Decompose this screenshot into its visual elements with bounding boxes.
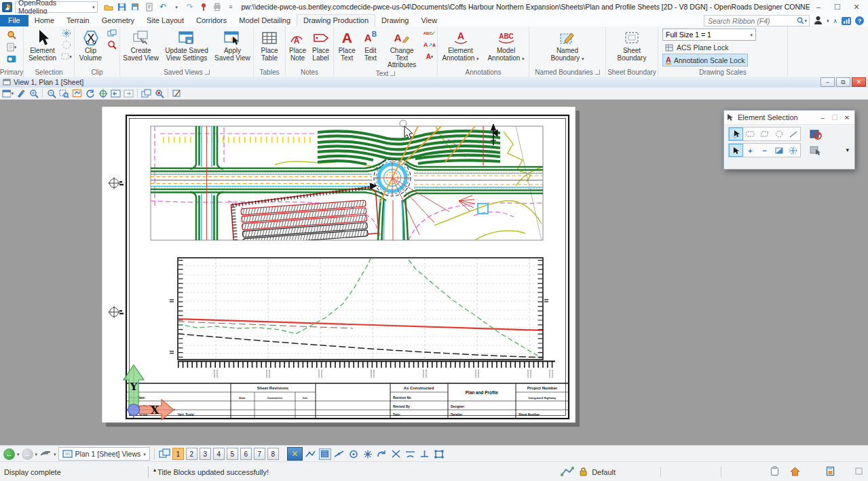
view-close-button[interactable]: ✕ (852, 77, 866, 87)
invert-selection-button[interactable] (772, 144, 786, 157)
ribbon-search-input[interactable] (706, 16, 797, 26)
locks-icon[interactable] (579, 467, 588, 478)
fence-type-icon[interactable] (60, 28, 73, 39)
connect-advisor-icon[interactable] (842, 17, 851, 25)
tab-model-detailing[interactable]: Model Detailing (233, 15, 297, 26)
view-minimize-button[interactable]: – (820, 77, 835, 87)
named-boundaries-launcher-icon[interactable] (595, 70, 600, 75)
help-icon[interactable]: ? (855, 16, 864, 25)
tab-file[interactable]: File (0, 15, 29, 26)
edit-text-button[interactable]: AB Edit Text (360, 28, 381, 62)
view-group-combo[interactable]: Plan 1 [Sheet] Views ▾ (58, 447, 150, 461)
view-toggle-5[interactable]: 5 (227, 448, 238, 460)
change-text-attributes-button[interactable]: A Change Text Attributes (382, 28, 421, 70)
collapse-ribbon-icon[interactable]: ∧ (833, 18, 837, 24)
acs-plane-lock-toggle[interactable]: ACS Plane Lock (662, 41, 731, 53)
snaps-status-icon[interactable] (560, 466, 575, 478)
view-window-icon[interactable] (3, 79, 11, 85)
place-label-button[interactable]: Place Label (309, 28, 332, 62)
dialog-expand-icon[interactable]: ▾ (846, 147, 850, 153)
window-area-icon[interactable] (58, 88, 70, 98)
place-note-button[interactable]: A Place Note (287, 28, 308, 62)
close-button[interactable]: ✕ (848, 1, 865, 12)
maximize-button[interactable]: ☐ (829, 1, 846, 12)
select-by-attributes-button[interactable] (808, 144, 824, 157)
home-icon[interactable] (790, 467, 800, 478)
copy-clip-icon[interactable] (106, 28, 118, 39)
zoom-in-icon[interactable] (28, 88, 39, 98)
view-toggle-2[interactable]: 2 (186, 448, 197, 460)
view-toggle-1[interactable]: 1 (172, 448, 184, 460)
print-icon[interactable] (212, 2, 222, 12)
place-table-button[interactable]: Place Table (255, 28, 284, 62)
copy-view-icon[interactable] (140, 88, 152, 98)
block-select-button[interactable] (743, 128, 757, 140)
keypoint-snap-icon[interactable] (319, 448, 331, 460)
view-toggle-4[interactable]: 4 (213, 448, 225, 460)
view-next-icon[interactable] (123, 88, 134, 98)
clipboard-icon[interactable] (770, 466, 779, 478)
active-level[interactable]: Default (592, 468, 616, 476)
user-icon[interactable] (814, 16, 823, 26)
spell-check-icon[interactable]: ABC✓ (423, 28, 436, 39)
select-all-button[interactable] (786, 144, 800, 157)
back-button[interactable]: ← (3, 448, 15, 460)
tab-corridors[interactable]: Corridors (190, 15, 233, 26)
tab-drawing[interactable]: Drawing (375, 15, 415, 26)
save-icon[interactable] (117, 2, 127, 12)
element-snap-icon[interactable] (305, 448, 317, 460)
fit-view-icon[interactable] (71, 88, 83, 98)
nearest-snap-icon[interactable] (333, 448, 345, 460)
forward-button[interactable]: → (22, 448, 33, 460)
tangent-snap-icon[interactable] (404, 448, 417, 460)
search-dropdown-icon[interactable]: ▾ (804, 18, 807, 23)
dialog-title-bar[interactable]: Element Selection – ☐ ✕ (724, 111, 854, 125)
tab-terrain[interactable]: Terrain (60, 15, 96, 26)
view-clip-icon[interactable] (171, 88, 183, 98)
undo-icon[interactable]: ↶ (157, 2, 168, 12)
clear-view-override-icon[interactable] (153, 88, 165, 98)
shape-select-button[interactable] (757, 128, 772, 140)
compress-icon[interactable] (144, 2, 154, 12)
dialog-minimize-button[interactable]: – (817, 113, 828, 122)
pin-icon[interactable] (198, 2, 208, 12)
workflow-selector[interactable]: OpenRoads Modeling ▾ (15, 1, 98, 13)
forward-dropdown-icon[interactable]: ▾ (35, 452, 38, 457)
customize-qat-icon[interactable]: ≡ (225, 2, 235, 12)
tab-site-layout[interactable]: Site Layout (140, 15, 190, 26)
view-toggle-3[interactable]: 3 (200, 448, 211, 460)
center-snap-icon[interactable] (347, 448, 360, 460)
tab-view[interactable]: View (415, 15, 443, 26)
create-saved-view-button[interactable]: Create Saved View (121, 28, 160, 62)
named-boundary-button[interactable]: Named Boundary ▾ (542, 28, 592, 62)
text-styles-icon[interactable]: A▾ (423, 51, 436, 62)
circle-select-button[interactable] (772, 128, 786, 140)
perpendicular-snap-icon[interactable] (419, 448, 431, 460)
properties-icon[interactable] (5, 54, 18, 64)
open-icon[interactable] (103, 2, 113, 12)
annotation-scale-lock-toggle[interactable]: A Annotation Scale Lock (662, 54, 748, 66)
view-toggle-6[interactable]: 6 (240, 448, 252, 460)
drawing-scale-combo[interactable]: Full Size 1 = 1 ▾ (662, 28, 756, 41)
tab-home[interactable]: Home (29, 15, 60, 26)
clip-volume-button[interactable]: Clip Volume (76, 28, 105, 62)
minimize-button[interactable]: – (810, 1, 827, 12)
update-saved-view-settings-button[interactable]: Update Saved View Settings (162, 28, 212, 62)
origin-snap-icon[interactable] (362, 448, 374, 460)
view-attributes-icon[interactable]: ▾ (2, 88, 14, 98)
sheet-boundary-button[interactable]: Sheet Boundary (611, 28, 653, 62)
line-select-button[interactable] (786, 128, 800, 140)
view-toggle-8[interactable]: 8 (267, 448, 279, 460)
individual-select-button[interactable] (729, 128, 743, 140)
disable-handles-button[interactable] (808, 128, 824, 141)
element-selection-dialog[interactable]: Element Selection – ☐ ✕ + − (723, 110, 855, 170)
text-launcher-icon[interactable] (390, 71, 395, 76)
element-annotation-button[interactable]: A Element Annotation ▾ (439, 28, 482, 62)
fence-block-icon[interactable]: ▾ (60, 51, 73, 62)
saved-views-launcher-icon[interactable] (205, 70, 210, 75)
view-previous-icon[interactable] (110, 88, 121, 98)
dialog-close-button[interactable]: ✕ (842, 113, 852, 122)
tab-geometry[interactable]: Geometry (96, 15, 140, 26)
tab-drawing-production[interactable]: Drawing Production (297, 14, 375, 26)
view-display-style-icon[interactable] (15, 88, 26, 98)
